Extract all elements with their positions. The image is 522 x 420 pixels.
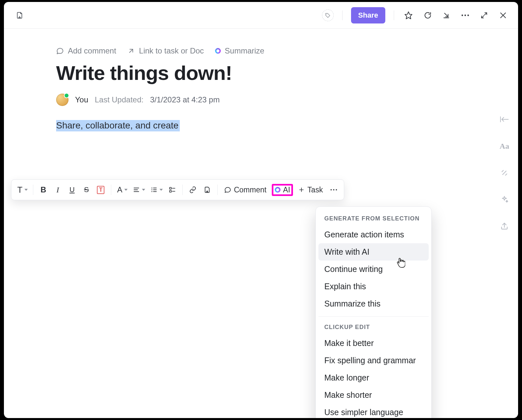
svg-point-12: [151, 191, 152, 192]
ai-icon: [275, 187, 281, 193]
svg-marker-1: [405, 12, 412, 19]
font-dropdown[interactable]: A: [116, 183, 128, 196]
ai-menu-item[interactable]: Make it better: [318, 335, 429, 352]
ai-menu-item[interactable]: Generate action items: [318, 226, 429, 243]
favorite-star-icon[interactable]: [403, 9, 414, 21]
link-task-doc-action[interactable]: Link to task or Doc: [127, 46, 204, 55]
add-tag-button[interactable]: [322, 9, 334, 21]
checklist-button[interactable]: [167, 183, 178, 196]
doc-body[interactable]: Share, collaborate, and create: [56, 120, 518, 131]
ai-button[interactable]: AI: [272, 184, 293, 196]
share-button[interactable]: Share: [351, 7, 385, 23]
svg-point-22: [330, 189, 332, 190]
add-comment-action[interactable]: Add comment: [56, 46, 116, 55]
ai-icon: [215, 48, 221, 54]
close-icon[interactable]: [497, 9, 509, 21]
summarize-label: Summarize: [225, 46, 264, 55]
author-name: You: [75, 95, 88, 104]
rail-sparkle-icon[interactable]: [499, 194, 510, 205]
svg-point-3: [465, 14, 466, 16]
svg-rect-17: [170, 190, 172, 192]
rail-share-icon[interactable]: [499, 220, 510, 232]
align-dropdown[interactable]: [131, 183, 146, 196]
separator: [217, 185, 218, 195]
last-updated-value: 3/1/2023 at 4:23 pm: [150, 95, 220, 104]
add-comment-label: Add comment: [68, 46, 116, 55]
svg-point-10: [151, 188, 152, 188]
ai-menu-section-generate: GENERATE FROM SELECTION: [318, 213, 429, 226]
comment-button[interactable]: Comment: [222, 186, 269, 194]
bullet-list-dropdown[interactable]: [149, 183, 163, 196]
separator: [342, 10, 343, 20]
bold-button[interactable]: B: [38, 183, 49, 196]
ai-menu-item[interactable]: Make longer: [318, 369, 429, 386]
summarize-action[interactable]: Summarize: [215, 46, 264, 55]
ai-label: AI: [283, 186, 290, 194]
doc-content: Add comment Link to task or Doc Summariz…: [4, 29, 518, 418]
ai-menu-item[interactable]: Fix spelling and grammar: [318, 352, 429, 369]
svg-rect-16: [170, 188, 172, 189]
svg-point-23: [333, 189, 334, 190]
ai-menu-item[interactable]: Use simpler language: [318, 404, 429, 418]
svg-point-11: [151, 189, 152, 190]
separator: [394, 10, 394, 20]
task-label: Task: [307, 186, 323, 194]
italic-button[interactable]: I: [52, 183, 63, 196]
ai-menu-section-edit: CLICKUP EDIT: [318, 321, 429, 335]
rail-link-icon[interactable]: [499, 167, 510, 179]
more-menu-icon[interactable]: [459, 9, 471, 21]
toolbar-more-icon[interactable]: [328, 183, 339, 196]
svg-point-2: [462, 14, 463, 16]
comment-label: Comment: [234, 186, 267, 194]
download-icon[interactable]: [440, 9, 452, 21]
separator: [111, 185, 111, 195]
doc-title[interactable]: Write things down!: [56, 61, 518, 84]
svg-point-24: [336, 189, 337, 190]
rail-font-icon[interactable]: Aa: [499, 140, 510, 152]
text-color-button[interactable]: T: [95, 183, 106, 196]
chat-icon[interactable]: [422, 9, 433, 21]
ai-menu-item[interactable]: Make shorter: [318, 386, 429, 404]
strikethrough-button[interactable]: S: [81, 183, 92, 196]
task-button[interactable]: Task: [296, 186, 325, 194]
ai-menu-item[interactable]: Continue writing: [318, 261, 429, 278]
doc-byline: You Last Updated: 3/1/2023 at 4:23 pm: [56, 94, 518, 106]
last-updated-label: Last Updated:: [95, 95, 144, 104]
doc-meta-actions: Add comment Link to task or Doc Summariz…: [56, 46, 518, 55]
link-task-doc-label: Link to task or Doc: [139, 46, 204, 55]
doc-window: Share Add: [4, 2, 518, 418]
ai-menu-item[interactable]: Write with AI: [318, 243, 429, 261]
right-rail: Aa: [497, 113, 512, 232]
expand-icon[interactable]: [478, 9, 490, 21]
selected-text: Share, collaborate, and create: [56, 120, 180, 131]
svg-point-0: [327, 14, 327, 14]
separator: [182, 185, 183, 195]
doc-template-icon[interactable]: [14, 9, 25, 21]
ai-menu-item[interactable]: Explain this: [318, 278, 429, 295]
menu-divider: [318, 316, 429, 317]
underline-button[interactable]: U: [67, 183, 78, 196]
svg-point-4: [468, 14, 469, 16]
ai-menu-item[interactable]: Summarize this: [318, 295, 429, 312]
link-button[interactable]: [187, 183, 198, 196]
text-style-dropdown[interactable]: T: [16, 183, 28, 196]
rail-collapse-icon[interactable]: [499, 113, 510, 125]
attach-doc-button[interactable]: [202, 183, 213, 196]
author-avatar[interactable]: [56, 94, 69, 106]
formatting-toolbar: T B I U S T A: [11, 179, 344, 200]
separator: [33, 185, 33, 195]
topbar: Share: [4, 2, 518, 29]
ai-dropdown-menu: GENERATE FROM SELECTION Generate action …: [315, 206, 432, 418]
